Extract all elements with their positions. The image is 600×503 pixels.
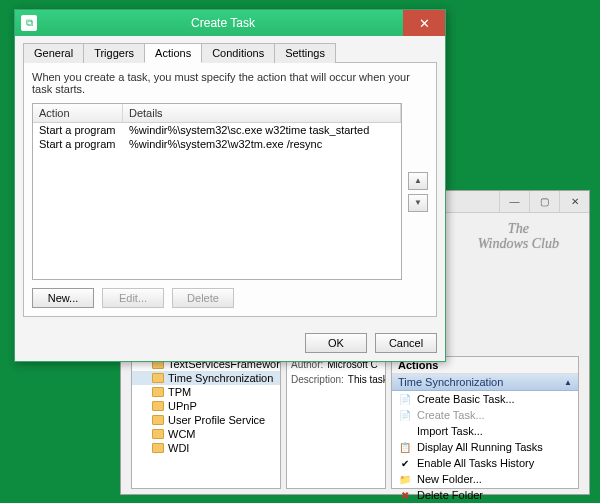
cell-action: Start a program bbox=[33, 123, 123, 137]
action-delete-folder[interactable]: ✖Delete Folder bbox=[392, 487, 578, 503]
tab-triggers[interactable]: Triggers bbox=[83, 43, 145, 63]
action-enable-history-icon: ✔ bbox=[398, 458, 411, 469]
watermark-line1: The bbox=[478, 221, 559, 236]
watermark-line2: Windows Club bbox=[478, 236, 559, 251]
watermark: The Windows Club bbox=[478, 221, 559, 252]
instruction-text: When you create a task, you must specify… bbox=[32, 71, 428, 95]
cell-details: %windir%\system32\w32tm.exe /resync bbox=[123, 137, 401, 151]
action-item-label: Create Basic Task... bbox=[417, 393, 515, 405]
bg-close-button[interactable]: ✕ bbox=[559, 191, 589, 212]
action-item-label: New Folder... bbox=[417, 473, 482, 485]
detail-pane: Author: Microsoft C Description: This ta… bbox=[286, 356, 386, 489]
column-action[interactable]: Action bbox=[33, 104, 123, 122]
tree-item-label: WDI bbox=[168, 442, 189, 454]
action-item-label: Import Task... bbox=[417, 425, 483, 437]
tab-conditions[interactable]: Conditions bbox=[201, 43, 275, 63]
cell-details: %windir%\system32\sc.exe w32time task_st… bbox=[123, 123, 401, 137]
tab-actions[interactable]: Actions bbox=[144, 43, 202, 63]
action-import-task[interactable]: Import Task... bbox=[392, 423, 578, 439]
action-create-basic-task[interactable]: 📄Create Basic Task... bbox=[392, 391, 578, 407]
actions-listview[interactable]: Action Details Start a program%windir%\s… bbox=[32, 103, 402, 280]
folder-icon bbox=[152, 387, 164, 397]
action-delete-folder-icon: ✖ bbox=[398, 490, 411, 501]
action-create-basic-task-icon: 📄 bbox=[398, 394, 411, 405]
action-create-task-icon: 📄 bbox=[398, 410, 411, 421]
dialog-button-row: OK Cancel bbox=[15, 325, 445, 361]
action-display-running-icon: 📋 bbox=[398, 442, 411, 453]
bg-minimize-button[interactable]: — bbox=[499, 191, 529, 212]
folder-icon bbox=[152, 401, 164, 411]
action-item-label: Delete Folder bbox=[417, 489, 483, 501]
app-icon: ⧉ bbox=[21, 15, 37, 31]
folder-icon bbox=[152, 373, 164, 383]
reorder-buttons: ▲ ▼ bbox=[408, 103, 428, 280]
description-value: This task pe bbox=[348, 374, 385, 385]
list-header: Action Details bbox=[33, 104, 401, 123]
folder-icon bbox=[152, 429, 164, 439]
cell-action: Start a program bbox=[33, 137, 123, 151]
action-new-folder-icon: 📁 bbox=[398, 474, 411, 485]
tree-item-label: UPnP bbox=[168, 400, 197, 412]
table-row[interactable]: Start a program%windir%\system32\sc.exe … bbox=[33, 123, 401, 137]
tree-pane[interactable]: TextServicesFrameworkTime Synchronizatio… bbox=[131, 356, 281, 489]
dialog-close-button[interactable]: ✕ bbox=[403, 10, 445, 36]
tree-item-label: TPM bbox=[168, 386, 191, 398]
tree-item[interactable]: WCM bbox=[132, 427, 280, 441]
folder-icon bbox=[152, 443, 164, 453]
tabs: GeneralTriggersActionsConditionsSettings bbox=[23, 42, 437, 63]
ok-button[interactable]: OK bbox=[305, 333, 367, 353]
tree-item[interactable]: User Profile Service bbox=[132, 413, 280, 427]
create-task-dialog: ⧉ Create Task ✕ GeneralTriggersActionsCo… bbox=[14, 9, 446, 362]
action-new-folder[interactable]: 📁New Folder... bbox=[392, 471, 578, 487]
actions-tab-panel: When you create a task, you must specify… bbox=[23, 63, 437, 317]
dialog-title: Create Task bbox=[43, 16, 403, 30]
action-display-running[interactable]: 📋Display All Running Tasks bbox=[392, 439, 578, 455]
description-label: Description: bbox=[291, 374, 344, 385]
tree-item[interactable]: Time Synchronization bbox=[132, 371, 280, 385]
column-details[interactable]: Details bbox=[123, 104, 401, 122]
actions-pane: Actions Time Synchronization ▲ 📄Create B… bbox=[391, 356, 579, 489]
table-row[interactable]: Start a program%windir%\system32\w32tm.e… bbox=[33, 137, 401, 151]
actions-section-time-sync[interactable]: Time Synchronization ▲ bbox=[392, 374, 578, 391]
bg-panes: TextServicesFrameworkTime Synchronizatio… bbox=[131, 356, 579, 489]
tree-item-label: User Profile Service bbox=[168, 414, 265, 426]
move-down-button[interactable]: ▼ bbox=[408, 194, 428, 212]
action-create-task: 📄Create Task... bbox=[392, 407, 578, 423]
delete-button[interactable]: Delete bbox=[172, 288, 234, 308]
tree-item[interactable]: UPnP bbox=[132, 399, 280, 413]
move-up-button[interactable]: ▲ bbox=[408, 172, 428, 190]
cancel-button[interactable]: Cancel bbox=[375, 333, 437, 353]
dialog-titlebar: ⧉ Create Task ✕ bbox=[15, 10, 445, 36]
action-item-label: Display All Running Tasks bbox=[417, 441, 543, 453]
tree-item-label: Time Synchronization bbox=[168, 372, 273, 384]
tab-settings[interactable]: Settings bbox=[274, 43, 336, 63]
tab-general[interactable]: General bbox=[23, 43, 84, 63]
tree-item[interactable]: TPM bbox=[132, 385, 280, 399]
new-button[interactable]: New... bbox=[32, 288, 94, 308]
actions-section-label: Time Synchronization bbox=[398, 376, 503, 388]
action-enable-history[interactable]: ✔Enable All Tasks History bbox=[392, 455, 578, 471]
tree-item-label: WCM bbox=[168, 428, 196, 440]
tree-item[interactable]: WDI bbox=[132, 441, 280, 455]
edit-button[interactable]: Edit... bbox=[102, 288, 164, 308]
action-item-label: Enable All Tasks History bbox=[417, 457, 534, 469]
bg-maximize-button[interactable]: ▢ bbox=[529, 191, 559, 212]
folder-icon bbox=[152, 415, 164, 425]
collapse-icon: ▲ bbox=[564, 378, 572, 387]
action-item-label: Create Task... bbox=[417, 409, 485, 421]
